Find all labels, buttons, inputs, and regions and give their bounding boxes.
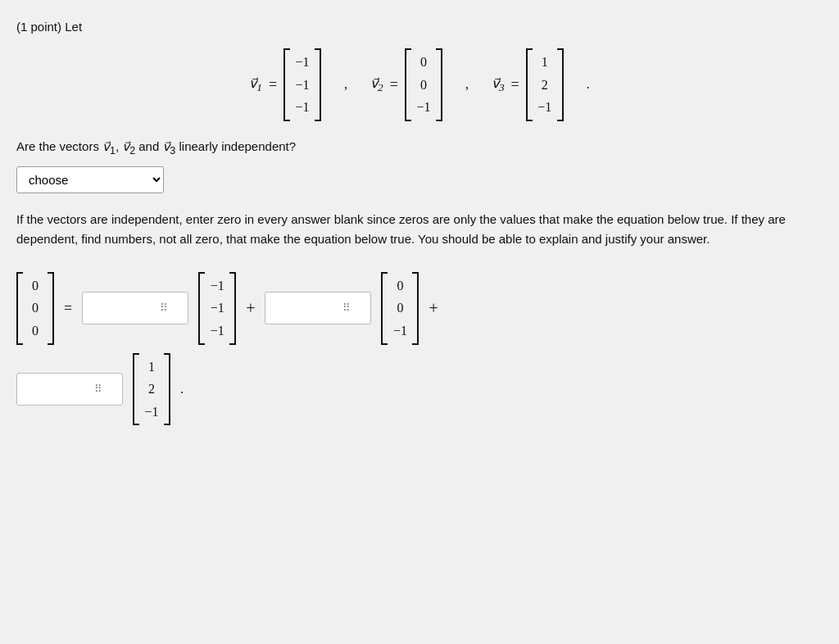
dropdown-row: choose Yes No <box>16 166 823 193</box>
coefficient-1-input[interactable] <box>89 302 155 315</box>
dot-end-eq: . <box>180 382 184 397</box>
grid-icon-2: ⠿ <box>342 302 351 315</box>
v3-matrix: 1 2 −1 <box>526 48 564 121</box>
instruction-paragraph: If the vectors are independent, enter ze… <box>16 210 819 249</box>
comma-2: , <box>465 77 469 92</box>
v1-matrix-eq: −1 −1 −1 <box>198 272 236 345</box>
v2-matrix: 0 0 −1 <box>405 48 442 121</box>
comma-1: , <box>344 77 347 92</box>
equals-3: = <box>511 76 519 93</box>
coefficient-3-input[interactable] <box>24 382 89 396</box>
plus-1: + <box>246 299 255 318</box>
equation-row-2: ⠿ 1 2 −1 . <box>16 353 823 426</box>
coefficient-2-input[interactable] <box>272 302 338 315</box>
equation-row-1: 0 0 0 = ⠿ −1 −1 −1 + ⠿ <box>16 272 823 345</box>
v1-label: v⃗1 <box>249 75 262 94</box>
dot-end: . <box>587 77 590 92</box>
zero-vector: 0 0 0 <box>16 272 54 345</box>
v2-matrix-eq: 0 0 −1 <box>381 272 419 345</box>
header: (1 point) Let <box>16 20 823 34</box>
equation-area: 0 0 0 = ⠿ −1 −1 −1 + ⠿ <box>16 272 823 426</box>
grid-icon-1: ⠿ <box>160 302 169 315</box>
vector3-def: v⃗3 = 1 2 −1 <box>492 48 564 121</box>
vectors-definition: v⃗1 = −1 −1 −1 , v⃗2 = 0 0 −1 , <box>16 48 823 121</box>
equals-1: = <box>269 76 277 93</box>
v3-label: v⃗3 <box>492 75 505 94</box>
equals-2: = <box>390 76 398 93</box>
v1-matrix: −1 −1 −1 <box>283 48 321 121</box>
linear-independence-dropdown[interactable]: choose Yes No <box>16 166 164 193</box>
vector2-def: v⃗2 = 0 0 −1 <box>370 48 442 121</box>
v2-label: v⃗2 <box>370 75 383 94</box>
input-box-2: ⠿ <box>265 292 371 324</box>
v3-matrix-eq: 1 2 −1 <box>133 353 170 426</box>
question-text: Are the vectors v⃗1, v⃗2 and v⃗3 linearl… <box>16 139 823 156</box>
input-box-3: ⠿ <box>16 373 123 406</box>
plus-2: + <box>429 299 438 318</box>
grid-icon-3: ⠿ <box>94 383 103 396</box>
main-equals: = <box>64 300 72 317</box>
vector1-def: v⃗1 = −1 −1 −1 <box>249 48 321 121</box>
input-box-1: ⠿ <box>82 292 188 324</box>
